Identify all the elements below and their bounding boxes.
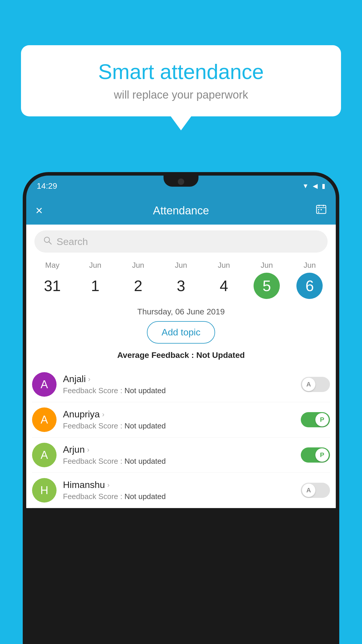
notch — [164, 176, 198, 187]
phone-frame: 14:29 ▼ ◀ ▮ × Attendance — [23, 172, 339, 644]
calendar-day[interactable]: May31 — [39, 261, 66, 299]
student-feedback: Feedback Score : Not updated — [63, 421, 294, 430]
svg-rect-1 — [317, 207, 326, 208]
search-bar[interactable]: Search — [34, 230, 328, 253]
cal-date[interactable]: 5 — [254, 273, 280, 299]
student-feedback: Feedback Score : Not updated — [63, 457, 294, 466]
attendance-toggle[interactable]: A — [301, 377, 330, 392]
cal-month: Jun — [89, 261, 101, 270]
close-button[interactable]: × — [36, 204, 43, 218]
cal-month: Jun — [132, 261, 144, 270]
cal-month: Jun — [303, 261, 316, 270]
avatar: H — [32, 478, 57, 503]
avatar: A — [32, 372, 57, 397]
avatar: A — [32, 407, 57, 432]
calendar-icon[interactable] — [316, 204, 326, 217]
cal-month: Jun — [261, 261, 273, 270]
avatar: A — [32, 443, 57, 467]
student-item[interactable]: AArjun ›Feedback Score : Not updatedP — [32, 438, 330, 473]
cal-month: Jun — [175, 261, 187, 270]
status-bar: 14:29 ▼ ◀ ▮ — [26, 176, 336, 197]
status-icons: ▼ ◀ ▮ — [302, 182, 325, 190]
camera — [178, 178, 184, 185]
student-info: Himanshu ›Feedback Score : Not updated — [63, 480, 294, 501]
toggle-wrap: P — [301, 447, 330, 463]
attendance-toggle[interactable]: P — [301, 447, 330, 463]
calendar-day[interactable]: Jun5 — [254, 261, 280, 299]
cal-date[interactable]: 4 — [211, 273, 237, 299]
student-name[interactable]: Arjun › — [63, 444, 294, 455]
svg-rect-4 — [318, 209, 319, 210]
chevron-icon: › — [87, 446, 89, 454]
bubble-subtitle: will replace your paperwork — [38, 89, 324, 101]
search-input[interactable]: Search — [57, 236, 88, 247]
toggle-knob: A — [302, 484, 315, 497]
avg-feedback-value: Not Updated — [196, 351, 245, 360]
add-topic-button[interactable]: Add topic — [147, 321, 215, 344]
student-name[interactable]: Anupriya › — [63, 409, 294, 420]
signal-icon: ◀ — [313, 182, 318, 190]
student-info: Arjun ›Feedback Score : Not updated — [63, 444, 294, 466]
toggle-wrap: P — [301, 412, 330, 427]
student-name[interactable]: Himanshu › — [63, 480, 294, 490]
content-area: Search May31Jun1Jun2Jun3Jun4Jun5Jun6 Thu… — [26, 225, 336, 508]
avg-feedback: Average Feedback : Not Updated — [26, 351, 336, 360]
toggle-wrap: A — [301, 377, 330, 392]
toggle-wrap: A — [301, 483, 330, 498]
app-bar-title: Attendance — [153, 204, 209, 217]
search-icon — [43, 236, 52, 247]
svg-rect-6 — [318, 211, 319, 213]
attendance-toggle[interactable]: P — [301, 412, 330, 427]
student-item[interactable]: AAnjali ›Feedback Score : Not updatedA — [32, 367, 330, 402]
cal-date[interactable]: 31 — [39, 273, 66, 299]
calendar-day[interactable]: Jun3 — [168, 261, 194, 299]
cal-date[interactable]: 1 — [82, 273, 108, 299]
svg-line-8 — [49, 242, 51, 244]
student-list: AAnjali ›Feedback Score : Not updatedAAA… — [26, 367, 336, 508]
student-info: Anjali ›Feedback Score : Not updated — [63, 374, 294, 395]
student-info: Anupriya ›Feedback Score : Not updated — [63, 409, 294, 430]
wifi-icon: ▼ — [302, 182, 309, 190]
bubble-title: Smart attendance — [38, 60, 324, 83]
cal-date[interactable]: 3 — [168, 273, 194, 299]
calendar-day[interactable]: Jun4 — [211, 261, 237, 299]
chevron-icon: › — [88, 375, 90, 383]
cal-date[interactable]: 2 — [125, 273, 151, 299]
toggle-knob: P — [315, 448, 329, 462]
attendance-toggle[interactable]: A — [301, 483, 330, 498]
date-display: Thursday, 06 June 2019 — [26, 307, 336, 316]
student-item[interactable]: AAnupriya ›Feedback Score : Not updatedP — [32, 402, 330, 438]
battery-icon: ▮ — [322, 182, 325, 190]
svg-rect-2 — [319, 205, 319, 206]
cal-date[interactable]: 6 — [296, 273, 323, 299]
calendar-day[interactable]: Jun1 — [82, 261, 108, 299]
toggle-knob: P — [315, 413, 329, 426]
toggle-knob: A — [302, 378, 315, 391]
app-bar: × Attendance — [26, 197, 336, 225]
avg-feedback-label: Average Feedback : — [117, 351, 194, 360]
svg-rect-3 — [323, 205, 324, 206]
cal-month: May — [45, 261, 59, 270]
student-item[interactable]: HHimanshu ›Feedback Score : Not updatedA — [32, 473, 330, 508]
calendar-day[interactable]: Jun2 — [125, 261, 151, 299]
speech-bubble: Smart attendance will replace your paper… — [21, 45, 341, 116]
chevron-icon: › — [107, 481, 110, 489]
svg-rect-5 — [321, 209, 322, 210]
calendar-strip: May31Jun1Jun2Jun3Jun4Jun5Jun6 — [26, 253, 336, 299]
cal-month: Jun — [218, 261, 230, 270]
phone-inner: 14:29 ▼ ◀ ▮ × Attendance — [26, 176, 336, 644]
calendar-day[interactable]: Jun6 — [296, 261, 323, 299]
student-name[interactable]: Anjali › — [63, 374, 294, 384]
status-time: 14:29 — [37, 181, 57, 191]
chevron-icon: › — [102, 410, 104, 419]
student-feedback: Feedback Score : Not updated — [63, 492, 294, 501]
student-feedback: Feedback Score : Not updated — [63, 386, 294, 395]
